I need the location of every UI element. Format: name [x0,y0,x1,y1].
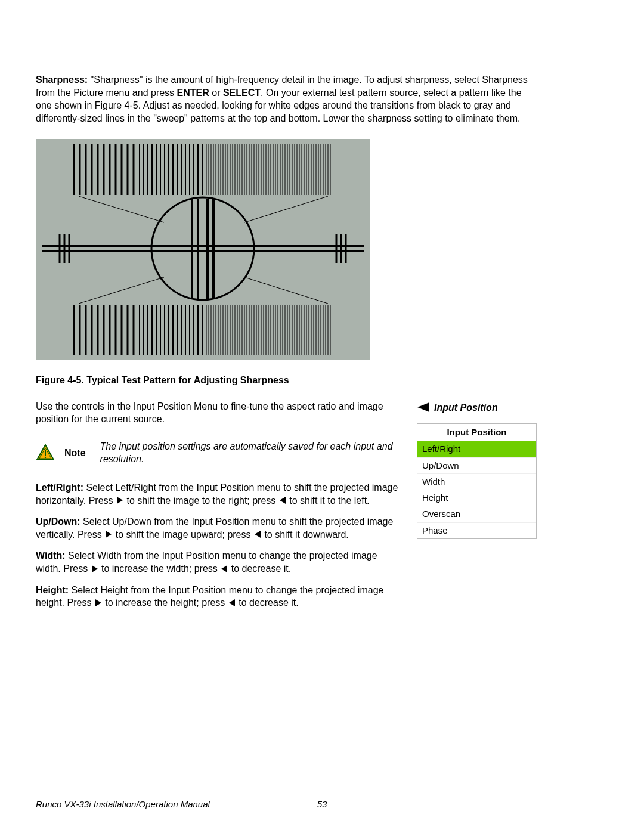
arrow-right-icon [95,599,101,606]
footer-page-number: 53 [317,798,327,810]
menu-item-phase[interactable]: Phase [417,522,536,538]
sharpness-paragraph: Sharpness: "Sharpness" is the amount of … [36,73,537,125]
leftright-paragraph: Left/Right: Select Left/Right from the I… [36,481,400,507]
sharpness-heading: Sharpness: [36,75,88,85]
arrow-left-icon [280,497,286,504]
width-paragraph: Width: Select Width from the Input Posit… [36,549,400,575]
note-triangle-icon [36,444,55,462]
top-rule [36,60,608,60]
test-pattern-figure [36,139,608,363]
input-position-intro: Use the controls in the Input Position M… [36,400,400,426]
note-block: Note The input position settings are aut… [36,440,400,466]
arrow-right-icon [106,531,112,538]
menu-item-up-down[interactable]: Up/Down [417,457,536,473]
svg-point-182 [45,457,46,458]
menu-title: Input Position [417,424,536,441]
arrow-left-icon [255,531,261,538]
arrow-left-icon [221,565,227,572]
input-position-menu: Input Position Left/RightUp/DownWidthHei… [417,423,537,539]
menu-item-height[interactable]: Height [417,490,536,506]
note-text: The input position settings are automati… [100,440,400,466]
input-position-sidehead: Input Position [417,401,608,414]
menu-item-left-right[interactable]: Left/Right [417,441,536,457]
note-label: Note [64,447,86,460]
arrow-left-icon [229,599,235,606]
height-paragraph: Height: Select Height from the Input Pos… [36,584,400,609]
updown-paragraph: Up/Down: Select Up/Down from the Input P… [36,515,400,541]
menu-item-width[interactable]: Width [417,473,536,490]
figure-caption: Figure 4-5. Typical Test Pattern for Adj… [36,374,608,387]
arrow-right-icon [117,497,123,504]
page-footer: Runco VX-33i Installation/Operation Manu… [36,798,608,810]
arrow-left-icon [417,402,429,412]
menu-item-overscan[interactable]: Overscan [417,506,536,522]
test-pattern-svg [36,139,370,360]
arrow-right-icon [92,565,98,572]
